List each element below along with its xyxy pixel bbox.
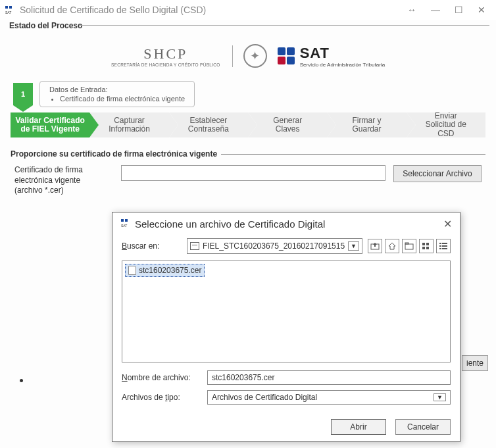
shcp-logo: SHCP SECRETARÍA DE HACIENDA Y CRÉDITO PÚ… <box>111 45 233 67</box>
filename-label: Nombre de archivo: <box>122 373 201 382</box>
minimize-button[interactable]: — <box>431 5 440 15</box>
wizard-step-generate-keys[interactable]: Generar Claves <box>248 112 327 137</box>
step-badge: 1 <box>13 83 33 105</box>
sat-squares-icon <box>278 47 295 64</box>
svg-rect-17 <box>439 248 441 249</box>
svg-rect-4 <box>125 219 128 222</box>
step-number: 1 <box>21 90 25 98</box>
svg-rect-13 <box>439 243 441 244</box>
svg-rect-8 <box>405 243 409 244</box>
svg-rect-0 <box>5 6 8 9</box>
filetype-dropdown[interactable]: Archivos de Certificado Digital ▼ <box>207 390 451 405</box>
sat-text: SAT <box>300 45 385 62</box>
open-button[interactable]: Abrir <box>331 419 386 435</box>
search-in-row: Buscar en: FIEL_STC160203675_20160217091… <box>112 236 460 257</box>
search-in-label: Buscar en: <box>122 241 182 251</box>
file-chooser-dialog: SAT Seleccione un archivo de Certificado… <box>112 212 460 442</box>
entry-data-title: Datos de Entrada: <box>49 86 185 93</box>
filename-row: Nombre de archivo: stc160203675.cer <box>122 370 451 385</box>
app-window: SAT Solicitud de Certificado de Sello Di… <box>0 0 496 448</box>
resize-handle-icon[interactable]: ↔ <box>407 5 416 15</box>
svg-rect-3 <box>121 219 124 222</box>
file-dialog-titlebar: SAT Seleccione un archivo de Certificado… <box>112 212 460 236</box>
chevron-down-icon[interactable]: ▼ <box>434 393 446 401</box>
svg-rect-14 <box>442 243 447 244</box>
svg-rect-15 <box>439 245 441 247</box>
file-list-pane[interactable]: stc160203675.cer <box>122 261 451 362</box>
search-in-dropdown[interactable]: FIEL_STC160203675_20160217091515 ▼ <box>187 238 362 254</box>
next-button[interactable]: iente <box>462 355 488 371</box>
svg-text:SAT: SAT <box>5 11 11 14</box>
file-dialog-title: Seleccione un archivo de Certificado Dig… <box>135 218 438 230</box>
up-one-level-icon[interactable] <box>368 239 382 253</box>
filetype-label: Archivos de tipo: <box>122 393 201 402</box>
entry-data-item: Certificado de firma electrónica vigente <box>60 95 185 103</box>
shcp-subtext: SECRETARÍA DE HACIENDA Y CRÉDITO PÚBLICO <box>111 62 220 67</box>
maximize-button[interactable]: ☐ <box>455 5 463 15</box>
bullet-icon <box>20 379 23 382</box>
certificate-row: Certificado de firma electrónica vigente… <box>11 165 485 196</box>
certificate-label: Certificado de firma electrónica vigente… <box>14 165 113 196</box>
svg-rect-9 <box>422 243 425 245</box>
shcp-text: SHCP <box>111 45 220 62</box>
filename-input[interactable]: stc160203675.cer <box>207 370 451 385</box>
svg-rect-7 <box>405 244 413 249</box>
select-file-button[interactable]: Seleccionar Archivo <box>393 165 482 182</box>
wizard-step-set-password[interactable]: Establecer Contraseña <box>169 112 248 137</box>
file-item-name: stc160203675.cer <box>139 266 201 275</box>
svg-rect-12 <box>426 247 429 249</box>
step-indicator-row: 1 Datos de Entrada: Certificado de firma… <box>13 81 485 107</box>
entry-data-box: Datos de Entrada: Certificado de firma e… <box>39 81 195 107</box>
eagle-seal-icon: ✦ <box>243 44 267 68</box>
window-title: Solicitud de Certificado de Sello Digita… <box>20 5 407 15</box>
wizard-step-send-csd[interactable]: Enviar Solicitud de CSD <box>407 112 485 137</box>
svg-rect-1 <box>9 6 12 9</box>
wizard-steps: Validar Certificado de FIEL Vigente Capt… <box>11 112 485 137</box>
svg-rect-10 <box>426 243 429 245</box>
svg-text:SAT: SAT <box>121 224 127 228</box>
file-dialog-toolbar <box>368 239 451 253</box>
home-icon[interactable] <box>385 239 399 253</box>
wizard-step-capture-info[interactable]: Capturar Información <box>89 112 168 137</box>
close-button[interactable]: ✕ <box>478 5 485 15</box>
process-state-group: Estado del Proceso SHCP SECRETARÍA DE HA… <box>7 21 489 200</box>
title-bar: SAT Solicitud de Certificado de Sello Di… <box>0 0 496 20</box>
svg-rect-11 <box>422 247 425 249</box>
wizard-step-validate-fiel[interactable]: Validar Certificado de FIEL Vigente <box>11 112 89 137</box>
sat-subtext: Servicio de Administración Tributaria <box>300 62 385 68</box>
cancel-button[interactable]: Cancelar <box>395 419 451 435</box>
wizard-step-sign-save[interactable]: Firmar y Guardar <box>327 112 406 137</box>
certificate-path-input[interactable] <box>121 165 385 181</box>
window-controls: ↔ — ☐ ✕ <box>407 5 492 15</box>
app-icon: SAT <box>4 5 14 15</box>
logos-row: SHCP SECRETARÍA DE HACIENDA Y CRÉDITO PÚ… <box>11 37 485 78</box>
list-view-icon[interactable] <box>419 239 434 253</box>
svg-rect-18 <box>442 248 447 249</box>
drive-icon <box>190 242 199 250</box>
file-item-selected[interactable]: stc160203675.cer <box>125 264 205 277</box>
new-folder-icon[interactable] <box>402 239 416 253</box>
process-state-legend: Estado del Proceso <box>9 21 82 30</box>
details-view-icon[interactable] <box>436 239 451 253</box>
filetype-row: Archivos de tipo: Archivos de Certificad… <box>122 390 451 405</box>
chevron-down-icon[interactable]: ▼ <box>348 241 359 251</box>
file-dialog-buttons: Abrir Cancelar <box>112 414 460 441</box>
search-in-value: FIEL_STC160203675_20160217091515 <box>203 241 345 251</box>
svg-rect-16 <box>442 245 447 247</box>
app-icon: SAT <box>120 218 130 230</box>
sat-logo: SAT Servicio de Administración Tributari… <box>278 45 385 68</box>
close-icon[interactable]: ✕ <box>443 218 452 230</box>
document-icon <box>128 266 136 275</box>
